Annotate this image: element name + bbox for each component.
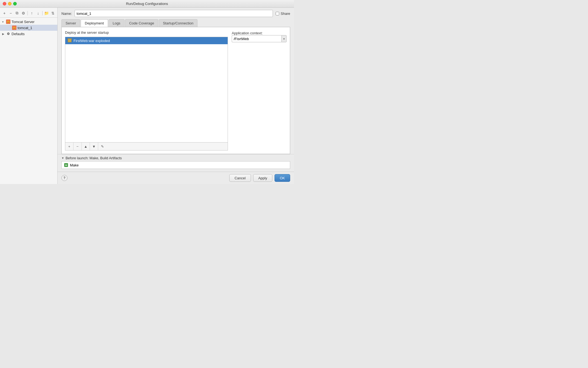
deploy-left: Deploy at the server startup FirstWeb:wa… xyxy=(65,30,228,150)
tab-logs-label: Logs xyxy=(113,21,120,25)
cancel-button[interactable]: Cancel xyxy=(229,174,251,182)
tomcat-icon-inner: 🐱 xyxy=(6,19,10,24)
close-button[interactable] xyxy=(3,2,6,5)
make-icon-inner: M xyxy=(64,163,68,167)
defaults-icon: ⚙ xyxy=(6,32,10,36)
tab-logs[interactable]: Logs xyxy=(109,19,125,27)
context-input-row: ▾ xyxy=(232,35,287,42)
window-controls xyxy=(3,2,17,5)
ok-button[interactable]: OK xyxy=(275,174,290,182)
war-icon-base xyxy=(68,39,72,42)
app-context-label: Application context: xyxy=(232,31,263,35)
tomcat-server-icon: 🐱 xyxy=(6,19,10,24)
tab-code-coverage[interactable]: Code Coverage xyxy=(125,19,158,27)
artifact-item-firstweb[interactable]: FirstWeb:war exploded xyxy=(65,37,228,44)
bottom-bar: ? Cancel Apply OK xyxy=(58,172,294,184)
tomcat1-icon: 🐱 xyxy=(12,26,16,30)
move-down-button[interactable]: ↓ xyxy=(35,10,41,16)
tabs-container: Server Deployment Logs Code Coverage Sta… xyxy=(58,19,294,27)
toolbar-separator-2 xyxy=(42,11,43,15)
sidebar-label-tomcat-1: tomcat_1 xyxy=(18,26,32,30)
tab-panel: Deploy at the server startup FirstWeb:wa… xyxy=(61,27,290,154)
context-dropdown-button[interactable]: ▾ xyxy=(281,35,287,42)
tab-deployment[interactable]: Deployment xyxy=(81,19,108,27)
artifact-list: FirstWeb:war exploded xyxy=(65,37,228,143)
before-launch-toggle-icon: ▼ xyxy=(61,157,64,160)
deploy-section: Deploy at the server startup FirstWeb:wa… xyxy=(62,27,290,154)
artifact-down-button[interactable]: ▼ xyxy=(90,143,98,150)
tree-toggle-defaults[interactable]: ▶ xyxy=(2,32,6,35)
tree-container: ▾ 🐱 Tomcat Server 🐱 tomcat_1 ▶ ⚙ xyxy=(0,18,57,183)
add-config-button[interactable]: + xyxy=(2,10,7,16)
maximize-button[interactable] xyxy=(13,2,17,5)
sidebar-item-tomcat-server[interactable]: ▾ 🐱 Tomcat Server xyxy=(0,19,57,25)
before-launch-item-make-label: Make xyxy=(70,163,79,167)
sidebar: + − ⧉ ⚙ ↑ ↓ 📁 ⇅ ▾ 🐱 Tomcat Server xyxy=(0,8,58,184)
tomcat1-icon-inner: 🐱 xyxy=(12,26,16,30)
main-container: + − ⧉ ⚙ ↑ ↓ 📁 ⇅ ▾ 🐱 Tomcat Server xyxy=(0,8,294,184)
settings-config-button[interactable]: ⚙ xyxy=(21,10,26,16)
apply-button[interactable]: Apply xyxy=(253,174,273,182)
minimize-button[interactable] xyxy=(8,2,12,5)
before-launch-title: Before launch: Make, Build Artifacts xyxy=(66,156,122,160)
make-icon: M xyxy=(64,163,68,167)
name-input[interactable] xyxy=(75,10,273,17)
artifact-label-firstweb: FirstWeb:war exploded xyxy=(74,39,110,43)
title-bar: Run/Debug Configurations xyxy=(0,0,294,8)
share-checkbox[interactable] xyxy=(276,12,279,15)
share-label: Share xyxy=(281,12,290,16)
copy-config-button[interactable]: ⧉ xyxy=(14,10,20,16)
toolbar-separator xyxy=(27,11,28,15)
before-launch-list: M Make xyxy=(61,161,290,169)
window-title: Run/Debug Configurations xyxy=(126,2,168,6)
name-label: Name: xyxy=(61,12,72,16)
tab-server-label: Server xyxy=(66,21,76,25)
tab-startup-connection-label: Startup/Connection xyxy=(163,21,193,25)
tab-server[interactable]: Server xyxy=(61,19,80,27)
tab-deployment-label: Deployment xyxy=(85,21,104,25)
move-up-button[interactable]: ↑ xyxy=(29,10,35,16)
share-area: Share xyxy=(276,12,290,16)
artifact-up-button[interactable]: ▲ xyxy=(82,143,90,150)
artifact-add-button[interactable]: + xyxy=(65,143,74,150)
tree-toggle-tomcat[interactable]: ▾ xyxy=(2,20,6,23)
deploy-label: Deploy at the server startup xyxy=(65,30,228,35)
name-bar: Name: Share xyxy=(58,8,294,19)
sidebar-item-defaults[interactable]: ▶ ⚙ Defaults xyxy=(0,31,57,37)
app-context-panel: Application context: ▾ xyxy=(232,30,287,150)
artifact-edit-button[interactable]: ✎ xyxy=(98,143,106,150)
before-launch-header[interactable]: ▼ Before launch: Make, Build Artifacts xyxy=(61,156,290,160)
content-area: Name: Share Server Deployment Logs Code … xyxy=(58,8,294,184)
artifact-toolbar: + − ▲ ▼ ✎ xyxy=(65,143,228,150)
war-icon xyxy=(67,38,72,43)
sidebar-toolbar: + − ⧉ ⚙ ↑ ↓ 📁 ⇅ xyxy=(0,9,57,18)
sidebar-label-defaults: Defaults xyxy=(12,32,25,36)
artifact-remove-button[interactable]: − xyxy=(74,143,82,150)
bottom-buttons: Cancel Apply OK xyxy=(229,174,290,182)
before-launch-item-make[interactable]: M Make xyxy=(62,161,290,169)
help-button[interactable]: ? xyxy=(61,175,67,181)
remove-config-button[interactable]: − xyxy=(8,10,13,16)
sidebar-label-tomcat-server: Tomcat Server xyxy=(12,20,35,24)
app-context-input[interactable] xyxy=(232,35,281,42)
tab-code-coverage-label: Code Coverage xyxy=(129,21,154,25)
tab-startup-connection[interactable]: Startup/Connection xyxy=(159,19,197,27)
before-launch-section: ▼ Before launch: Make, Build Artifacts M… xyxy=(58,154,294,172)
sort-button[interactable]: ⇅ xyxy=(50,10,56,16)
sidebar-item-tomcat-1[interactable]: 🐱 tomcat_1 xyxy=(0,25,57,31)
folder-button[interactable]: 📁 xyxy=(44,10,49,16)
